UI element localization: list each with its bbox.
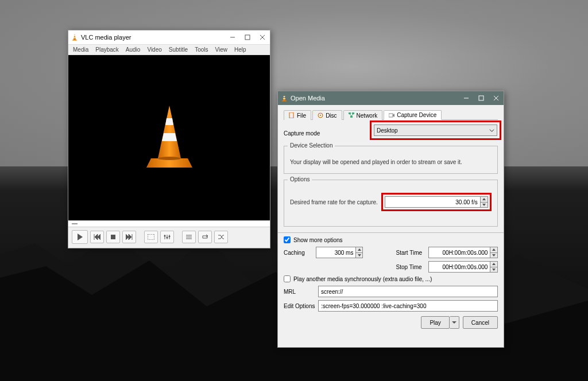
svg-rect-26	[289, 112, 293, 118]
close-button[interactable]	[255, 31, 270, 44]
menu-audio[interactable]: Audio	[126, 46, 141, 53]
device-selection-legend: Device Selection	[288, 142, 335, 149]
dialog-maximize-button[interactable]	[474, 92, 489, 104]
play-button[interactable]	[72, 230, 88, 244]
caching-input[interactable]	[316, 248, 355, 257]
options-legend: Options	[288, 176, 312, 182]
main-titlebar[interactable]: VLC media player	[68, 30, 270, 45]
stop-time-input[interactable]	[429, 262, 490, 271]
stop-time-label: Stop Time	[396, 264, 428, 270]
spin-down-icon[interactable]	[481, 203, 488, 208]
stop-time-spinbox[interactable]	[428, 261, 498, 273]
menu-subtitle[interactable]: Subtitle	[169, 46, 188, 53]
svg-rect-20	[283, 98, 285, 99]
device-selection-text: Your display will be opened and played i…	[290, 159, 492, 165]
edit-options-input[interactable]	[318, 300, 498, 312]
sync-checkbox-input[interactable]	[284, 275, 291, 282]
minimize-button[interactable]	[225, 31, 240, 44]
show-more-options-checkbox[interactable]: Show more options	[284, 236, 498, 243]
menu-media[interactable]: Media	[73, 46, 88, 53]
maximize-button[interactable]	[240, 31, 255, 44]
svg-rect-9	[148, 234, 154, 240]
dialog-title: Open Media	[291, 95, 459, 102]
caching-label: Caching	[284, 250, 316, 256]
play-button[interactable]: Play	[421, 316, 449, 329]
show-more-checkbox-input[interactable]	[284, 236, 291, 243]
menu-video[interactable]: Video	[147, 46, 161, 53]
player-controls	[68, 227, 270, 247]
svg-rect-29	[349, 112, 351, 114]
svg-rect-30	[352, 112, 354, 114]
mrl-input[interactable]	[318, 286, 498, 297]
next-button[interactable]	[122, 231, 136, 243]
svg-point-7	[158, 157, 181, 160]
svg-rect-0	[74, 36, 76, 36]
cancel-button[interactable]: Cancel	[463, 316, 498, 329]
prev-button[interactable]	[90, 231, 104, 243]
start-time-input[interactable]	[429, 248, 490, 257]
stop-button[interactable]	[106, 231, 120, 243]
start-time-label: Start Time	[396, 250, 428, 256]
spin-up-icon[interactable]	[490, 247, 497, 253]
dialog-minimize-button[interactable]	[459, 92, 474, 104]
chevron-down-icon	[452, 320, 457, 325]
svg-line-33	[351, 114, 353, 116]
edit-options-label: Edit Options	[284, 303, 318, 309]
ext-settings-button[interactable]	[160, 231, 174, 243]
capture-mode-label: Capture mode	[284, 130, 370, 137]
svg-rect-2	[72, 40, 76, 40]
seek-bar[interactable]	[68, 220, 270, 227]
svg-point-14	[167, 237, 168, 239]
svg-rect-31	[350, 116, 353, 118]
menu-view[interactable]: View	[215, 46, 228, 53]
open-media-dialog: Open Media File Disc Network Capture Dev…	[277, 91, 504, 348]
framerate-highlight	[381, 193, 492, 211]
svg-line-32	[350, 114, 351, 116]
dialog-close-button[interactable]	[489, 92, 504, 104]
vlc-cone-icon	[280, 94, 288, 102]
fullscreen-button[interactable]	[144, 231, 158, 243]
spin-up-icon[interactable]	[490, 262, 497, 267]
random-button[interactable]	[214, 231, 228, 243]
capture-mode-value: Desktop	[377, 127, 398, 134]
svg-rect-4	[245, 35, 250, 40]
tab-disc[interactable]: Disc	[312, 110, 342, 120]
tabs: File Disc Network Capture Device	[284, 110, 498, 120]
svg-rect-34	[389, 114, 393, 117]
capture-mode-highlight: Desktop	[370, 120, 501, 140]
caching-spinbox[interactable]	[316, 247, 363, 258]
tab-file[interactable]: File	[284, 110, 311, 120]
spin-up-icon[interactable]	[356, 247, 362, 253]
svg-point-15	[169, 236, 171, 238]
loop-button[interactable]	[198, 231, 212, 243]
svg-rect-1	[74, 37, 76, 38]
svg-rect-21	[282, 100, 286, 101]
vlc-main-window: VLC media player Media Playback Audio Vi…	[68, 30, 270, 248]
capture-mode-select[interactable]: Desktop	[374, 125, 497, 136]
framerate-label: Desired frame rate for the capture.	[290, 199, 381, 205]
sync-media-checkbox[interactable]: Play another media synchronously (extra …	[284, 275, 498, 282]
menu-playback[interactable]: Playback	[95, 46, 119, 53]
start-time-spinbox[interactable]	[428, 247, 498, 258]
main-title: VLC media player	[81, 34, 225, 41]
dialog-titlebar[interactable]: Open Media	[278, 91, 504, 105]
mrl-label: MRL	[284, 289, 318, 295]
menu-tools[interactable]: Tools	[195, 46, 208, 53]
vlc-cone-icon	[71, 33, 79, 41]
sync-label: Play another media synchronously (extra …	[293, 276, 432, 282]
tab-capture-device[interactable]: Capture Device	[384, 110, 442, 120]
options-group: Options Desired frame rate for the captu…	[284, 180, 498, 227]
spin-down-icon[interactable]	[490, 267, 497, 273]
svg-rect-23	[479, 96, 483, 100]
framerate-spinbox[interactable]	[385, 196, 488, 208]
framerate-input[interactable]	[385, 197, 480, 207]
chevron-down-icon	[489, 128, 494, 133]
spin-down-icon[interactable]	[356, 253, 362, 258]
svg-point-13	[164, 235, 166, 237]
spin-down-icon[interactable]	[490, 253, 497, 258]
menu-help[interactable]: Help	[234, 46, 246, 53]
playlist-button[interactable]	[182, 231, 196, 243]
spin-up-icon[interactable]	[481, 197, 488, 203]
tab-network[interactable]: Network	[343, 110, 383, 120]
play-dropdown-button[interactable]	[450, 316, 459, 329]
